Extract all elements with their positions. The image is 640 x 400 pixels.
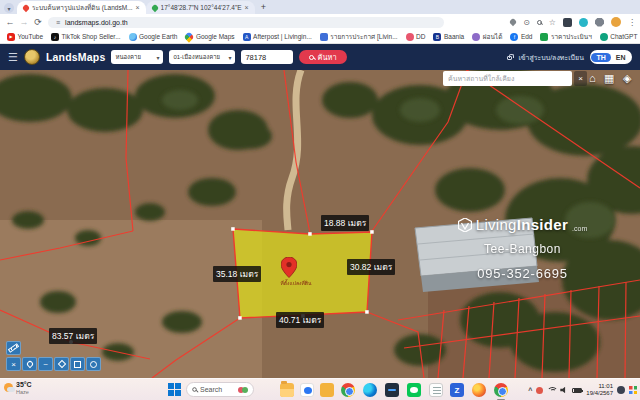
clock-date: 19/4/2567: [586, 390, 613, 397]
bookmark-baania[interactable]: BBaania: [433, 33, 464, 41]
search-icon: [309, 55, 314, 60]
system-tray: ^ 11:01 19/4/2567: [528, 381, 637, 399]
globe-icon: [129, 33, 137, 41]
bookmark-listing[interactable]: รายการประกาศ [Livin...: [320, 32, 398, 42]
landsmaps-header: ☰ LandsMaps หนองคาย ▾ 01-เมืองหนองคาย ▾ …: [0, 44, 640, 70]
bookmark-tiktok[interactable]: ♪TikTok Shop Seller...: [51, 33, 121, 41]
lang-th-button[interactable]: TH: [591, 53, 610, 62]
magnifier-glyph: [537, 20, 542, 25]
rectangle-tool-button[interactable]: [70, 357, 85, 371]
map-pin-favicon: [150, 3, 158, 11]
measurement-label: 83.57 เมตร: [49, 328, 97, 344]
lang-en-button[interactable]: EN: [611, 53, 631, 62]
path-tool-button[interactable]: ~: [38, 357, 53, 371]
notification-icon[interactable]: [617, 386, 625, 394]
search-button-label: ค้นหา: [317, 51, 336, 63]
wifi-icon[interactable]: [547, 387, 556, 394]
watermark-name: Tee-Bangbon: [425, 242, 620, 256]
edge-icon[interactable]: [363, 383, 377, 397]
close-tool-button[interactable]: ×: [6, 357, 21, 371]
weather-icon: [4, 383, 13, 392]
back-icon[interactable]: ←: [4, 17, 16, 27]
new-tab-button[interactable]: +: [261, 2, 266, 12]
listing-icon: [320, 33, 328, 41]
close-icon[interactable]: ×: [136, 4, 140, 11]
weather-widget[interactable]: 35°C Haze: [4, 381, 32, 395]
extension-icon[interactable]: [595, 18, 604, 27]
chrome-active-icon[interactable]: [494, 383, 508, 397]
bookmark-star-icon[interactable]: ☆: [549, 18, 556, 27]
line-app-icon[interactable]: [407, 383, 421, 397]
district-select[interactable]: 01-เมืองหนองคาย ▾: [169, 50, 235, 64]
chrome-icon[interactable]: [341, 383, 355, 397]
province-select[interactable]: หนองคาย ▾: [111, 50, 163, 64]
tray-chevron-icon[interactable]: ^: [528, 387, 532, 394]
parcel-number-input[interactable]: [241, 50, 293, 64]
grid-icon[interactable]: ▦: [604, 72, 614, 85]
bookmark-appraisal[interactable]: ราคาประเมินฯ: [540, 32, 591, 42]
bookmark-chatgpt[interactable]: ChatGPT: [600, 33, 638, 41]
extension-icon[interactable]: [579, 18, 588, 27]
tab-search-button[interactable]: ▾: [4, 3, 14, 13]
bookmark-edd[interactable]: fEdd: [510, 33, 532, 41]
target-icon[interactable]: ⊙: [523, 18, 530, 27]
reload-icon[interactable]: ⟳: [32, 17, 44, 27]
close-search-icon[interactable]: ×: [574, 71, 587, 86]
polygon-tool-button[interactable]: [54, 357, 69, 371]
zoom-icon[interactable]: [537, 18, 542, 27]
bookmark-youtube[interactable]: ▶YouTube: [7, 33, 43, 41]
tab-landsmaps[interactable]: ระบบค้นหารูปแปลงที่ดิน (LandsM... ×: [17, 1, 146, 14]
messenger-icon[interactable]: [300, 383, 314, 397]
chevron-down-icon: ▾: [156, 54, 159, 61]
home-icon[interactable]: ⌂: [589, 72, 596, 84]
forward-icon[interactable]: →: [18, 17, 30, 27]
site-settings-icon[interactable]: ≡: [56, 19, 60, 26]
app-z-icon[interactable]: Z: [450, 383, 464, 397]
clock[interactable]: 11:01 19/4/2567: [586, 383, 613, 397]
bookmark-label: Google Earth: [139, 33, 177, 40]
close-icon[interactable]: ×: [245, 4, 249, 11]
tab-strip: ▾ ระบบค้นหารูปแปลงที่ดิน (LandsM... × 17…: [0, 0, 640, 14]
tray-app-icon[interactable]: [536, 387, 543, 394]
bookmark-installment[interactable]: ผ่อนได้: [472, 32, 502, 42]
bookmark-google-earth[interactable]: Google Earth: [129, 33, 178, 41]
layers-icon[interactable]: ◈: [623, 72, 631, 85]
taskbar-search[interactable]: Search: [186, 382, 254, 397]
bookmark-afterpost[interactable]: AAfterpost | Livingin...: [243, 33, 312, 41]
tab-coordinates[interactable]: 17°48'28.7"N 102°44'27.4"E ×: [146, 1, 255, 14]
url-text: landsmaps.dol.go.th: [65, 19, 128, 26]
menu-kebab-icon[interactable]: ⋮: [628, 18, 636, 27]
chevron-down-icon: ▾: [228, 54, 231, 61]
app-amber-icon[interactable]: [320, 383, 334, 397]
chatgpt-icon: [600, 33, 608, 41]
app-dark-icon[interactable]: [385, 383, 399, 397]
bookmark-dd[interactable]: DD: [406, 33, 426, 41]
province-value: หนองคาย: [115, 52, 141, 62]
rectangle-icon: [74, 361, 81, 368]
pin-tool-button[interactable]: [22, 357, 37, 371]
location-icon[interactable]: [509, 18, 517, 26]
nearby-search-input[interactable]: [443, 71, 572, 86]
bookmark-google-maps[interactable]: Google Maps: [185, 33, 234, 41]
extension-icon[interactable]: [563, 18, 572, 27]
parcel-pin-icon[interactable]: [281, 257, 297, 278]
measurement-label: 18.88 เมตร: [321, 215, 369, 231]
login-link[interactable]: เข้าสู่ระบบ/ลงทะเบียน: [518, 52, 584, 63]
header-right: เข้าสู่ระบบ/ลงทะเบียน TH EN: [507, 50, 632, 64]
ruler-icon: [8, 343, 19, 353]
volume-icon[interactable]: [560, 386, 568, 394]
circle-tool-button[interactable]: [86, 357, 101, 371]
address-bar[interactable]: ≡ landsmaps.dol.go.th: [48, 17, 444, 29]
hamburger-menu-icon[interactable]: ☰: [8, 51, 18, 64]
measure-tool-button[interactable]: [6, 341, 21, 355]
bookmark-label: Edd: [521, 33, 533, 40]
firefox-icon[interactable]: [472, 383, 486, 397]
windows-start-button[interactable]: [168, 383, 181, 396]
battery-icon[interactable]: [572, 388, 582, 393]
map-viewport[interactable]: 18.88 เมตร 30.82 เมตร 35.18 เมตร 40.71 เ…: [0, 70, 640, 378]
file-explorer-icon[interactable]: [280, 383, 294, 397]
notepad-icon[interactable]: [429, 383, 443, 397]
search-button[interactable]: ค้นหา: [299, 50, 346, 64]
profile-avatar[interactable]: [611, 17, 621, 27]
widgets-icon[interactable]: [629, 386, 637, 394]
